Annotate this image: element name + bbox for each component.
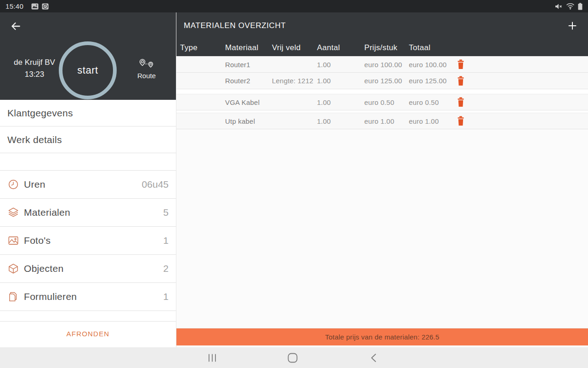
cell-prijs-stuk: euro 1.00 [364,117,409,125]
delete-material-button[interactable] [452,97,469,107]
layers-icon [7,207,19,218]
app-bar: MATERIALEN OVERZICHT [176,12,588,39]
status-bar: 15:40 [0,0,588,12]
table-header: Type Materiaal Vrij veld Aantal Prijs/st… [176,39,588,56]
cell-aantal: 1.00 [317,117,364,125]
sidebar-item-count: 1 [163,235,169,246]
add-material-button[interactable] [565,18,580,33]
back-button[interactable] [8,19,23,34]
cell-vrij-veld: Lengte: 1212 [272,77,317,85]
column-header-aantal: Aantal [317,43,364,52]
sidebar-item-label: Objecten [24,263,63,274]
main-panel: MATERIALEN OVERZICHT Type Materiaal Vrij… [176,12,588,347]
afronden-button-label: AFRONDEN [67,330,110,338]
clock-icon [7,178,19,190]
route-button[interactable]: Route [132,58,161,80]
group-spacer [176,89,588,94]
company-name: de Kruijf BV [7,57,62,69]
trash-icon [457,76,465,86]
sidebar: de Kruijf BV 13:23 start Route [0,12,176,347]
home-button[interactable] [279,347,306,368]
material-group: VGA Kabel 1.00 euro 0.50 euro 0.50 [176,94,588,110]
table-row[interactable]: VGA Kabel 1.00 euro 0.50 euro 0.50 [176,94,588,110]
worked-time: 13:23 [7,69,62,80]
start-button-label: start [77,64,98,76]
sidebar-item-label: Foto's [24,235,51,246]
table-row[interactable]: Router1 1.00 euro 100.00 euro 100.00 [176,56,588,73]
sidebar-menu: Klantgegevens Werk details Uren 06u45 Ma… [0,100,176,345]
cell-aantal: 1.00 [317,61,364,69]
sidebar-item-uren[interactable]: Uren 06u45 [0,171,176,199]
cube-icon [7,263,19,275]
sidebar-item-fotos[interactable]: Foto's 1 [0,227,176,255]
sidebar-item-objecten[interactable]: Objecten 2 [0,255,176,283]
cell-aantal: 1.00 [317,98,364,106]
sidebar-header: de Kruijf BV 13:23 start Route [0,12,176,100]
volume-muted-icon [554,3,563,10]
menu-spacer [0,311,176,322]
sidebar-item-label: Uren [24,179,45,190]
material-group: Router1 1.00 euro 100.00 euro 100.00 Rou… [176,56,588,89]
trash-icon [457,97,465,107]
picture-notification-icon [31,3,39,10]
photo-icon [7,235,19,247]
column-header-materiaal: Materiaal [225,43,272,52]
column-header-prijs-stuk: Prijs/stuk [364,43,409,52]
trash-icon [457,116,465,126]
column-header-type: Type [180,43,225,52]
cell-aantal: 1.00 [317,77,364,85]
recents-button[interactable] [198,347,226,368]
cell-totaal: euro 0.50 [409,98,452,106]
sidebar-item-count: 2 [163,263,169,274]
afronden-button[interactable]: AFRONDEN [0,322,176,345]
menu-spacer [0,153,176,171]
sidebar-item-materialen[interactable]: Materialen 5 [0,199,176,227]
cell-materiaal: Utp kabel [225,117,272,125]
total-price-bar: Totale prijs van de materialen: 226.5 [176,328,588,345]
company-block: de Kruijf BV 13:23 [7,57,62,80]
sidebar-item-count: 5 [163,207,169,218]
sidebar-item-formulieren[interactable]: Formulieren 1 [0,283,176,311]
delete-material-button[interactable] [452,59,469,69]
cell-prijs-stuk: euro 100.00 [364,61,409,69]
trash-icon [457,59,465,69]
cell-prijs-stuk: euro 125.00 [364,77,409,85]
cell-materiaal: VGA Kabel [225,98,272,106]
route-label: Route [137,72,156,80]
sidebar-item-count: 1 [163,291,169,302]
column-header-totaal: Totaal [409,43,452,52]
sidebar-item-label: Werk details [7,134,62,145]
cell-totaal: euro 125.00 [409,77,452,85]
sidebar-item-klantgegevens[interactable]: Klantgegevens [0,100,176,126]
table-row[interactable]: Router2 Lengte: 1212 1.00 euro 125.00 eu… [176,73,588,89]
nav-back-button[interactable] [360,347,387,368]
sidebar-item-label: Formulieren [24,291,77,302]
column-header-vrij-veld: Vrij veld [272,43,317,52]
cell-totaal: euro 100.00 [409,61,452,69]
cell-totaal: euro 1.00 [409,117,452,125]
app-screen: 15:40 de Kruijf BV 13:23 [0,0,588,368]
sidebar-item-label: Klantgegevens [7,108,73,119]
battery-icon [578,3,582,10]
sidebar-item-label: Materialen [24,207,70,218]
delete-material-button[interactable] [452,76,469,86]
status-right-icons [551,3,582,10]
delete-material-button[interactable] [452,116,469,126]
clock-notification-icon [42,3,49,10]
table-row[interactable]: Utp kabel 1.00 euro 1.00 euro 1.00 [176,113,588,129]
cell-materiaal: Router2 [225,77,272,85]
sidebar-item-count: 06u45 [142,179,169,190]
status-time: 15:40 [6,2,23,10]
page-title: MATERIALEN OVERZICHT [184,21,286,30]
material-group: Utp kabel 1.00 euro 1.00 euro 1.00 [176,113,588,129]
android-nav-bar [0,347,588,368]
start-button[interactable]: start [59,41,117,99]
document-icon [7,291,19,303]
cell-prijs-stuk: euro 0.50 [364,98,409,106]
cell-materiaal: Router1 [225,61,272,69]
total-price-label: Totale prijs van de materialen: 226.5 [325,333,439,341]
sidebar-item-werk-details[interactable]: Werk details [0,126,176,153]
route-pins-icon [138,58,155,70]
wifi-icon [566,3,575,10]
